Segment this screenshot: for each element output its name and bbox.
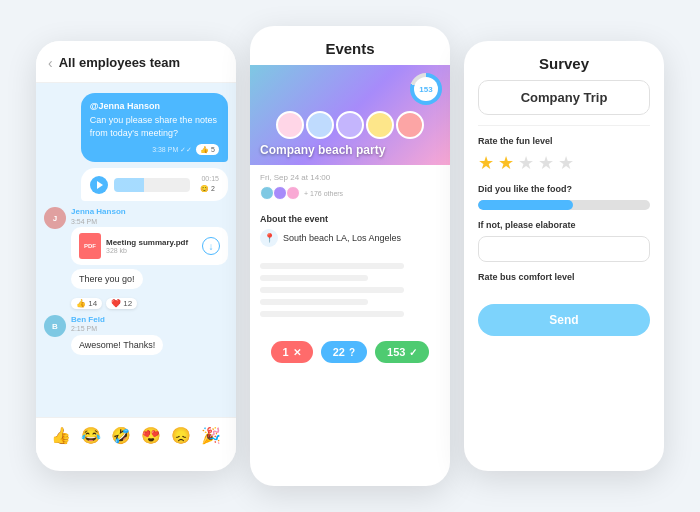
emoji-laugh[interactable]: 😂 xyxy=(81,426,101,445)
star-4[interactable]: ★ xyxy=(538,152,554,174)
about-section: About the event 📍 South beach LA, Los An… xyxy=(250,210,450,255)
voice-bubble: 00:15 😊 2 xyxy=(81,168,228,201)
event-attendees: + 176 others xyxy=(260,186,440,200)
person-3 xyxy=(336,111,364,139)
question-fun: Rate the fun level ★ ★ ★ ★ ★ xyxy=(464,136,664,184)
grey-line-4 xyxy=(260,299,368,305)
phones-container: ‹ All employees team @Jenna Hanson Can y… xyxy=(16,6,684,506)
emoji-bar: 👍 😂 🤣 😍 😞 🎉 xyxy=(36,417,236,453)
chat-header: ‹ All employees team xyxy=(36,41,236,83)
emoji-thumbs[interactable]: 👍 xyxy=(51,426,71,445)
attendee-count: + 176 others xyxy=(304,190,343,197)
elaborate-input[interactable] xyxy=(478,236,650,262)
q-elaborate-label: If not, please elaborate xyxy=(478,220,650,230)
tab-blue-num: 22 xyxy=(333,346,345,358)
tab-blue-icon: ? xyxy=(349,347,355,358)
file-name: Meeting summary.pdf xyxy=(106,238,197,247)
events-header: Events xyxy=(250,26,450,65)
download-button[interactable]: ↓ xyxy=(202,237,220,255)
grey-lines xyxy=(250,255,450,331)
attendee-3 xyxy=(286,186,300,200)
emoji-badge: 👍 5 xyxy=(196,144,219,156)
text-bubble-ben: Awesome! Thanks! xyxy=(71,335,163,355)
voice-duration: 00:15 xyxy=(201,175,219,182)
event-date: Fri, Sep 24 at 14:00 xyxy=(260,173,440,182)
event-people xyxy=(276,111,424,139)
jenna-name: Jenna Hanson xyxy=(71,207,228,216)
tab-green-icon: ✓ xyxy=(409,347,417,358)
person-5 xyxy=(396,111,424,139)
sender-name: @Jenna Hanson xyxy=(90,100,219,113)
event-image: Company beach party 153 xyxy=(250,65,450,165)
person-1 xyxy=(276,111,304,139)
back-icon[interactable]: ‹ xyxy=(48,55,53,71)
ben-name: Ben Feld xyxy=(71,315,163,324)
question-food: Did you like the food? xyxy=(464,184,664,220)
survey-phone: Survey Company Trip Rate the fun level ★… xyxy=(464,41,664,471)
tab-green-num: 153 xyxy=(387,346,405,358)
grey-line-1 xyxy=(260,263,404,269)
survey-title: Company Trip xyxy=(478,80,650,115)
survey-header: Survey xyxy=(464,41,664,80)
star-3[interactable]: ★ xyxy=(518,152,534,174)
survey-divider xyxy=(478,125,650,126)
events-phone: Events Company beach party 153 Fri, Sep … xyxy=(250,26,450,486)
tab-red-icon: ✕ xyxy=(293,347,301,358)
reactions-row: 👍 14 ❤️ 12 xyxy=(71,298,228,309)
about-title: About the event xyxy=(260,214,440,224)
file-bubble: PDF Meeting summary.pdf 328 kb ↓ xyxy=(71,227,228,265)
grey-line-3 xyxy=(260,287,404,293)
ben-message: B Ben Feld 2:15 PM Awesome! Thanks! xyxy=(44,315,228,358)
star-5[interactable]: ★ xyxy=(558,152,574,174)
waveform xyxy=(114,178,190,192)
event-tab-blue[interactable]: 22 ? xyxy=(321,341,367,363)
tab-red-num: 1 xyxy=(283,346,289,358)
reaction-heart: ❤️ 12 xyxy=(106,298,137,309)
file-size: 328 kb xyxy=(106,247,197,254)
text-bubble-jenna: There you go! xyxy=(71,269,143,289)
emoji-sad[interactable]: 😞 xyxy=(171,426,191,445)
stars-fun: ★ ★ ★ ★ ★ xyxy=(478,152,650,174)
emoji-heart-eyes[interactable]: 😍 xyxy=(141,426,161,445)
emoji-rofl[interactable]: 🤣 xyxy=(111,426,131,445)
chat-phone: ‹ All employees team @Jenna Hanson Can y… xyxy=(36,41,236,471)
avatar-jenna: J xyxy=(44,207,66,229)
grey-line-5 xyxy=(260,311,404,317)
q-bus-label: Rate bus comfort level xyxy=(478,272,650,282)
star-1[interactable]: ★ xyxy=(478,152,494,174)
chat-body: @Jenna Hanson Can you please share the n… xyxy=(36,83,236,417)
food-bar-container[interactable] xyxy=(478,200,650,210)
star-2[interactable]: ★ xyxy=(498,152,514,174)
reaction-thumbs: 👍 14 xyxy=(71,298,102,309)
food-bar-fill xyxy=(478,200,573,210)
attendee-1 xyxy=(260,186,274,200)
event-score: 153 xyxy=(414,77,438,101)
file-info: Meeting summary.pdf 328 kb xyxy=(106,238,197,254)
location-row: 📍 South beach LA, Los Angeles xyxy=(260,229,440,247)
emoji-party[interactable]: 🎉 xyxy=(201,426,221,445)
event-tab-green[interactable]: 153 ✓ xyxy=(375,341,429,363)
question-bus: Rate bus comfort level xyxy=(464,272,664,298)
location-text: South beach LA, Los Angeles xyxy=(283,233,401,243)
outgoing-bubble: @Jenna Hanson Can you please share the n… xyxy=(81,93,228,163)
chat-title: All employees team xyxy=(59,55,180,72)
grey-line-2 xyxy=(260,275,368,281)
event-meta: Fri, Sep 24 at 14:00 + 176 others xyxy=(250,165,450,210)
person-4 xyxy=(366,111,394,139)
jenna-content: Jenna Hanson 3:54 PM PDF Meeting summary… xyxy=(71,207,228,292)
q-fun-label: Rate the fun level xyxy=(478,136,650,146)
ben-content: Ben Feld 2:15 PM Awesome! Thanks! xyxy=(71,315,163,358)
ben-time: 2:15 PM xyxy=(71,325,163,332)
q-food-label: Did you like the food? xyxy=(478,184,650,194)
location-icon: 📍 xyxy=(260,229,278,247)
bubble-time: 3:38 PM ✓✓ xyxy=(152,145,192,155)
bubble-meta: 3:38 PM ✓✓ 👍 5 xyxy=(90,144,219,156)
event-tab-red[interactable]: 1 ✕ xyxy=(271,341,313,363)
person-2 xyxy=(306,111,334,139)
voice-emoji-badge: 😊 2 xyxy=(196,184,219,194)
send-button[interactable]: Send xyxy=(478,304,650,336)
play-button[interactable] xyxy=(90,176,108,194)
pdf-icon: PDF xyxy=(79,233,101,259)
attendee-2 xyxy=(273,186,287,200)
events-footer: 1 ✕ 22 ? 153 ✓ xyxy=(250,331,450,373)
